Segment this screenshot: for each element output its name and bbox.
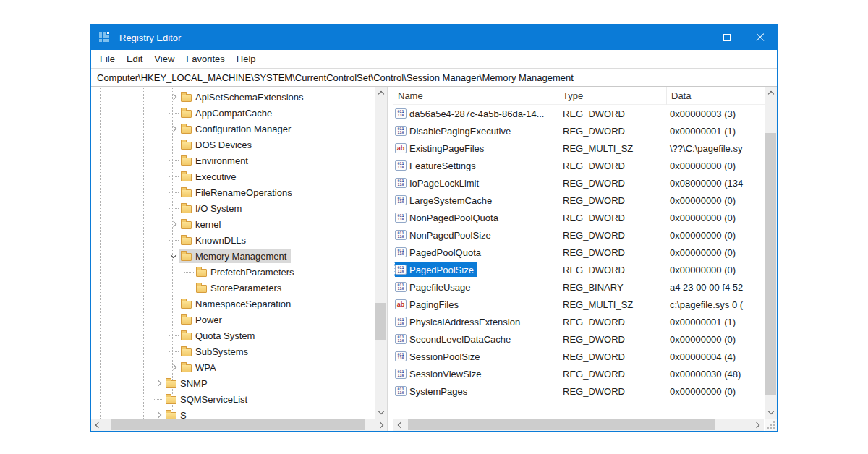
tree-item[interactable]: PrefetchParameters (91, 264, 375, 280)
menu-edit[interactable]: Edit (121, 53, 148, 64)
scroll-left-icon[interactable] (91, 419, 103, 431)
column-header-name[interactable]: Name (393, 87, 558, 105)
scroll-left-icon[interactable] (393, 419, 406, 431)
value-name-wrap: 011110SessionViewSize (395, 367, 484, 381)
registry-value-row[interactable]: 011110SessionPoolSizeREG_DWORD0x00000004… (393, 348, 765, 365)
tree-item[interactable]: FileRenameOperations (91, 184, 375, 200)
value-type: REG_DWORD (558, 386, 667, 397)
tree-item[interactable]: S (91, 407, 375, 419)
tree-item[interactable]: Configuration Manager (91, 121, 375, 137)
scroll-down-icon[interactable] (375, 406, 387, 419)
close-button[interactable] (744, 25, 777, 50)
registry-value-row[interactable]: 011110IoPageLockLimitREG_DWORD0x08000000… (393, 174, 765, 192)
scroll-down-icon[interactable] (765, 406, 777, 419)
chevron-right-icon[interactable] (168, 361, 179, 373)
tree-hscroll-thumb[interactable] (111, 419, 365, 430)
chevron-right-icon[interactable] (168, 91, 179, 103)
tree-item-body: Power (179, 312, 226, 327)
tree-vertical-scrollbar[interactable] (375, 87, 387, 419)
registry-value-row[interactable]: 011110da56a5e4-287c-4a5b-86da-14...REG_D… (393, 105, 765, 122)
registry-value-row[interactable]: 011110FeatureSettingsREG_DWORD0x00000000… (393, 157, 765, 174)
tree-item[interactable]: Executive (91, 168, 375, 184)
value-name: PagefileUsage (409, 282, 471, 293)
menu-view[interactable]: View (148, 53, 180, 64)
menu-file[interactable]: File (94, 53, 121, 64)
value-data: 0x00000000 (0) (667, 386, 765, 397)
tree-item[interactable]: DOS Devices (91, 137, 375, 153)
tree-item[interactable]: Environment (91, 153, 375, 168)
chevron-right-icon[interactable] (153, 409, 164, 419)
tree-item[interactable]: NamespaceSeparation (91, 296, 375, 312)
tree-item[interactable]: SNMP (91, 375, 375, 391)
registry-value-row[interactable]: 011110DisablePagingExecutiveREG_DWORD0x0… (393, 122, 765, 140)
scroll-up-icon[interactable] (375, 87, 387, 99)
chevron-right-icon[interactable] (168, 123, 179, 134)
value-name-wrap: abExistingPageFiles (395, 141, 487, 155)
tree-item[interactable]: ApiSetSchemaExtensions (91, 89, 375, 105)
value-name-wrap: 011110FeatureSettings (395, 158, 479, 173)
list-vscroll-thumb[interactable] (765, 133, 776, 395)
value-type: REG_DWORD (558, 334, 667, 345)
tree-item[interactable]: SQMServiceList (91, 391, 375, 407)
chevron-down-icon[interactable] (168, 250, 179, 262)
registry-value-row[interactable]: abPagingFilesREG_MULTI_SZc:\pagefile.sys… (393, 296, 765, 313)
tree-horizontal-scrollbar[interactable] (91, 419, 388, 431)
registry-value-row[interactable]: 011110SecondLevelDataCacheREG_DWORD0x000… (393, 330, 765, 348)
tree-item-body: Configuration Manager (179, 121, 295, 136)
registry-editor-window: Registry Editor FileEditViewFavoritesHel… (90, 24, 778, 432)
tree-item[interactable]: Memory Management (91, 248, 375, 264)
folder-icon (166, 412, 176, 419)
registry-value-row[interactable]: 011110NonPagedPoolSizeREG_DWORD0x0000000… (393, 226, 765, 244)
close-icon (756, 33, 765, 42)
tree-item-body: NamespaceSeparation (179, 296, 295, 311)
registry-value-row[interactable]: 011110SystemPagesREG_DWORD0x00000000 (0) (393, 382, 765, 400)
tree-item[interactable]: I/O System (91, 200, 375, 216)
registry-value-row[interactable]: 011110PhysicalAddressExtensionREG_DWORD0… (393, 313, 765, 330)
value-name: PagedPoolSize (409, 265, 474, 275)
tree-item-label: Environment (195, 155, 248, 166)
pane-splitter[interactable] (388, 87, 393, 431)
tree-item[interactable]: Quota System (91, 327, 375, 343)
menu-help[interactable]: Help (231, 53, 262, 64)
value-data: 0x00000001 (1) (667, 126, 765, 137)
tree-item[interactable]: StoreParameters (91, 280, 375, 296)
maximize-button[interactable] (710, 25, 744, 50)
registry-value-row[interactable]: 011110PagedPoolQuotaREG_DWORD0x00000000 … (393, 244, 765, 261)
resize-grip[interactable] (765, 419, 777, 431)
registry-value-row[interactable]: 011110SessionViewSizeREG_DWORD0x00000030… (393, 365, 765, 382)
tree-item-body: StoreParameters (195, 280, 286, 295)
folder-icon (181, 189, 192, 197)
list-vertical-scrollbar[interactable] (765, 87, 777, 419)
scroll-up-icon[interactable] (765, 87, 777, 99)
tree-connector (168, 346, 179, 357)
chevron-right-icon[interactable] (153, 377, 164, 389)
tree-item-label: DOS Devices (195, 140, 252, 150)
folder-icon (166, 396, 176, 404)
value-name: IoPageLockLimit (409, 178, 479, 189)
address-bar[interactable]: Computer\HKEY_LOCAL_MACHINE\SYSTEM\Curre… (91, 69, 777, 87)
scroll-right-icon[interactable] (375, 419, 388, 431)
menu-favorites[interactable]: Favorites (180, 53, 230, 64)
column-header-data[interactable]: Data (667, 87, 777, 105)
tree-item[interactable]: SubSystems (91, 343, 375, 359)
registry-value-row[interactable]: 011110LargeSystemCacheREG_DWORD0x0000000… (393, 192, 765, 209)
tree-item[interactable]: kernel (91, 216, 375, 232)
value-type: REG_DWORD (558, 351, 667, 362)
minimize-button[interactable] (677, 25, 710, 50)
registry-value-row[interactable]: 011110PagefileUsageREG_BINARYa4 23 00 00… (393, 278, 765, 296)
tree-item-body: WPA (179, 360, 221, 374)
tree-item[interactable]: KnownDLLs (91, 232, 375, 248)
tree-vscroll-thumb[interactable] (375, 303, 386, 340)
list-hscroll-thumb[interactable] (408, 419, 715, 430)
tree-item[interactable]: AppCompatCache (91, 105, 375, 121)
scroll-right-icon[interactable] (752, 419, 764, 431)
registry-value-row[interactable]: abExistingPageFilesREG_MULTI_SZ\??\C:\pa… (393, 140, 765, 157)
column-header-type[interactable]: Type (558, 87, 667, 105)
registry-value-row[interactable]: 011110NonPagedPoolQuotaREG_DWORD0x000000… (393, 209, 765, 226)
tree-item[interactable]: WPA (91, 359, 375, 375)
tree-connector (183, 266, 195, 278)
registry-value-row[interactable]: 011110PagedPoolSizeREG_DWORD0x00000000 (… (393, 261, 765, 278)
tree-item[interactable]: Power (91, 312, 375, 327)
chevron-right-icon[interactable] (168, 218, 179, 230)
list-horizontal-scrollbar[interactable] (393, 419, 764, 431)
